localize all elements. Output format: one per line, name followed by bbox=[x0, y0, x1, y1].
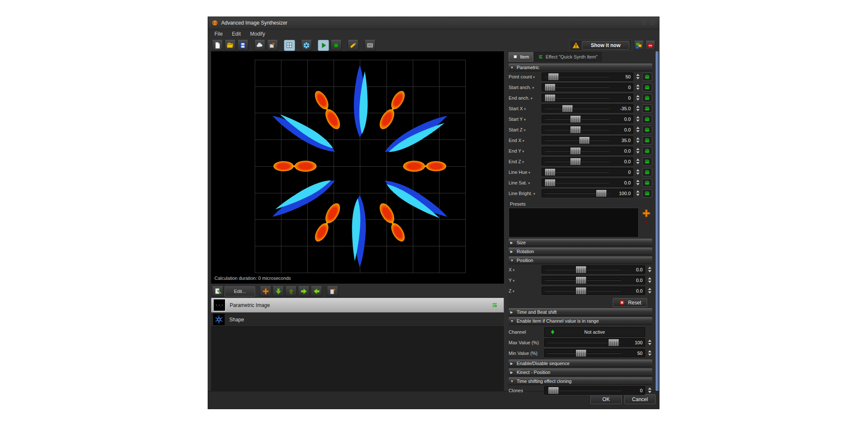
end-x-slider[interactable]: 35.0 bbox=[542, 136, 633, 145]
reset-button[interactable]: Reset bbox=[613, 298, 647, 307]
slider-track[interactable] bbox=[542, 105, 612, 112]
end-z-label[interactable]: End Z bbox=[509, 159, 540, 164]
end-x-label[interactable]: End X bbox=[509, 138, 540, 143]
grid-view-button[interactable] bbox=[284, 40, 295, 51]
line-bright-value[interactable]: 100.0 bbox=[612, 191, 633, 196]
stop-button[interactable] bbox=[331, 40, 342, 51]
section-header-size[interactable]: ▶Size bbox=[509, 239, 652, 246]
move-left-button[interactable] bbox=[311, 286, 322, 296]
slider-handle[interactable] bbox=[596, 190, 607, 197]
preview-canvas[interactable]: Calculation duration: 0 microseconds bbox=[211, 51, 504, 284]
y-value[interactable]: 0.0 bbox=[624, 278, 645, 283]
menu-file[interactable]: File bbox=[210, 30, 227, 38]
slider-handle[interactable] bbox=[576, 287, 587, 295]
menu-modify[interactable]: Modify bbox=[245, 30, 270, 38]
end-x-value[interactable]: 35.0 bbox=[612, 138, 633, 143]
x-slider[interactable]: 0.0 bbox=[542, 265, 645, 274]
slider-handle[interactable] bbox=[570, 126, 581, 134]
value-spinner[interactable] bbox=[635, 84, 640, 90]
spinner-down-icon[interactable] bbox=[636, 120, 640, 122]
line-bright-label[interactable]: Line Bright. bbox=[509, 191, 540, 196]
spinner-down-icon[interactable] bbox=[636, 194, 640, 196]
value-spinner[interactable] bbox=[647, 277, 652, 283]
slider-track[interactable] bbox=[542, 94, 612, 102]
slider-handle[interactable] bbox=[579, 137, 590, 144]
end-y-slider[interactable]: 0.0 bbox=[542, 147, 633, 155]
slider-track[interactable] bbox=[542, 115, 612, 123]
end-anch-label[interactable]: End anch. bbox=[509, 95, 540, 100]
ok-button[interactable]: OK bbox=[590, 394, 622, 404]
slider-track[interactable] bbox=[542, 147, 612, 155]
end-anch-value[interactable]: 0 bbox=[612, 95, 633, 100]
remove-button[interactable] bbox=[645, 41, 655, 50]
slider-handle[interactable] bbox=[576, 276, 587, 284]
section-header-enable-disable[interactable]: ▶Enable/Disable sequence bbox=[509, 360, 652, 367]
spinner-down-icon[interactable] bbox=[648, 281, 651, 283]
play-button[interactable] bbox=[318, 40, 329, 51]
spinner-down-icon[interactable] bbox=[636, 141, 640, 143]
slider-handle[interactable] bbox=[576, 349, 587, 357]
spinner-down-icon[interactable] bbox=[648, 270, 651, 272]
slider-handle[interactable] bbox=[545, 179, 556, 187]
end-y-value[interactable]: 0.0 bbox=[612, 148, 633, 153]
slider-handle[interactable] bbox=[545, 94, 556, 102]
spinner-down-icon[interactable] bbox=[636, 88, 640, 90]
brush-button[interactable] bbox=[348, 40, 359, 51]
spinner-down-icon[interactable] bbox=[648, 391, 651, 393]
spinner-up-icon[interactable] bbox=[636, 180, 640, 182]
color-layers-button[interactable] bbox=[634, 41, 644, 50]
preset-arrow-icon[interactable] bbox=[643, 219, 650, 225]
value-spinner[interactable] bbox=[647, 350, 652, 356]
start-y-slider[interactable]: 0.0 bbox=[542, 115, 633, 123]
move-down-button[interactable] bbox=[273, 286, 284, 296]
spinner-up-icon[interactable] bbox=[636, 148, 640, 150]
z-slider[interactable]: 0.0 bbox=[542, 287, 645, 295]
show-it-now-button[interactable]: Show it now bbox=[582, 41, 629, 50]
slider-handle[interactable] bbox=[548, 387, 559, 394]
section-header-kinect[interactable]: ▶Kinect - Position bbox=[509, 368, 652, 376]
live-control-button[interactable] bbox=[642, 94, 652, 102]
spinner-up-icon[interactable] bbox=[636, 127, 640, 129]
spinner-down-icon[interactable] bbox=[648, 343, 651, 345]
spinner-down-icon[interactable] bbox=[648, 291, 651, 293]
value-spinner[interactable] bbox=[635, 148, 640, 153]
section-header-channel[interactable]: ▼Enable item if Channel value is in rang… bbox=[509, 317, 652, 325]
spinner-down-icon[interactable] bbox=[636, 173, 640, 175]
live-control-button[interactable] bbox=[642, 126, 652, 134]
open-folder-button[interactable] bbox=[225, 40, 236, 51]
import-image-button[interactable] bbox=[267, 40, 278, 51]
spinner-up-icon[interactable] bbox=[648, 277, 651, 279]
start-anch-value[interactable]: 0 bbox=[612, 85, 633, 90]
spinner-up-icon[interactable] bbox=[636, 116, 640, 118]
line-sat-label[interactable]: Line Sat. bbox=[509, 180, 540, 185]
live-control-button[interactable] bbox=[642, 189, 652, 198]
spinner-down-icon[interactable] bbox=[636, 98, 640, 100]
new-document-button[interactable] bbox=[212, 40, 223, 51]
value-spinner[interactable] bbox=[635, 180, 640, 185]
point-count-slider[interactable]: 50 bbox=[542, 73, 633, 81]
live-control-button[interactable] bbox=[642, 73, 652, 81]
slider-track[interactable] bbox=[542, 276, 624, 284]
spinner-up-icon[interactable] bbox=[636, 137, 640, 139]
spinner-up-icon[interactable] bbox=[648, 388, 651, 390]
start-y-label[interactable]: Start Y bbox=[509, 117, 540, 122]
color-fan-button[interactable] bbox=[301, 40, 312, 51]
section-header-rotation[interactable]: ▶Rotation bbox=[509, 248, 652, 255]
clones-value[interactable]: 0 bbox=[624, 388, 645, 393]
line-sat-value[interactable]: 0.0 bbox=[612, 180, 633, 185]
edit-note-button[interactable] bbox=[212, 286, 223, 296]
spinner-up-icon[interactable] bbox=[636, 95, 640, 97]
spinner-up-icon[interactable] bbox=[636, 74, 640, 76]
line-sat-slider[interactable]: 0.0 bbox=[542, 179, 633, 187]
start-y-value[interactable]: 0.0 bbox=[612, 117, 633, 122]
section-header-time-beat[interactable]: ▶Time and Beat shift bbox=[509, 308, 652, 316]
spinner-up-icon[interactable] bbox=[636, 84, 640, 86]
spinner-down-icon[interactable] bbox=[648, 354, 651, 356]
spinner-down-icon[interactable] bbox=[636, 77, 640, 79]
slider-handle[interactable] bbox=[570, 158, 581, 165]
slider-track[interactable] bbox=[542, 287, 624, 295]
line-hue-slider[interactable]: 0 bbox=[542, 168, 633, 176]
spinner-down-icon[interactable] bbox=[636, 130, 640, 132]
y-label[interactable]: Y bbox=[509, 278, 540, 283]
max-value-value[interactable]: 100 bbox=[624, 340, 645, 345]
